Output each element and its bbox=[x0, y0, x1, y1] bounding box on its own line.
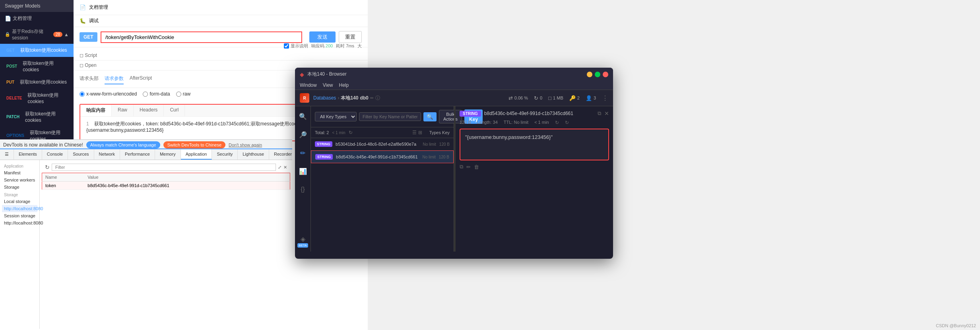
sidebar-doc-label: 文档管理 bbox=[13, 15, 32, 22]
sidebar-item-delete-token-cookies[interactable]: DELETE 获取token使用cookies bbox=[0, 89, 74, 107]
edit-db-icon[interactable]: ✏ bbox=[370, 96, 374, 101]
sidebar-delete-label: 获取token使用cookies bbox=[27, 92, 69, 104]
value-delete-btn[interactable]: 🗑 bbox=[474, 164, 479, 170]
show-description-checkbox[interactable]: 显示说明 bbox=[284, 43, 308, 49]
key-type-select[interactable]: All Key Types bbox=[315, 112, 357, 121]
info-db-icon[interactable]: ⓘ bbox=[375, 95, 380, 102]
redis-more-btn[interactable]: ⋮ bbox=[602, 94, 608, 102]
reset-button[interactable]: 重置 bbox=[339, 31, 362, 43]
clients-value: 3 bbox=[594, 96, 596, 100]
redis-toolbar: R Databases › 本地140 db0 ✏ ⓘ ⇄ 0.06 % ↻ 0… bbox=[295, 90, 613, 106]
key-search-btn[interactable]: 🔍 bbox=[423, 112, 437, 121]
sidebar-item-service-workers[interactable]: Service workers bbox=[2, 176, 37, 184]
method-options-icon: OPTIONS bbox=[5, 133, 26, 139]
connections-value: 0 bbox=[540, 96, 542, 100]
window-maximize-btn[interactable] bbox=[595, 72, 600, 77]
grid-view-icon[interactable]: ⊞ bbox=[418, 130, 422, 135]
resp-tab-headers[interactable]: Headers bbox=[134, 105, 164, 116]
devtools-dont-show-btn[interactable]: Don't show again bbox=[229, 143, 262, 147]
devtools-tab-memory[interactable]: Memory bbox=[155, 149, 181, 160]
value-copy-btn[interactable]: ⧉ bbox=[460, 164, 463, 170]
devtools-tab-console[interactable]: Console bbox=[42, 149, 68, 160]
devtools-filter-row: ↻ ⤢ ✕ bbox=[42, 162, 290, 173]
redis-nav-search2[interactable]: 🔎 bbox=[297, 129, 309, 141]
keys-panel: All Key Types 🔍 Bulk Actions + Key Total… bbox=[311, 106, 454, 252]
raw-label: raw bbox=[183, 91, 190, 97]
devtools-tab-recorder[interactable]: Recorder ⚡ bbox=[269, 149, 292, 160]
resp-tab-content[interactable]: 响应内容 bbox=[80, 105, 112, 116]
devtools-tab-network[interactable]: Network bbox=[94, 149, 120, 160]
window-close-btn[interactable] bbox=[603, 72, 608, 77]
redis-nav-chart[interactable]: 📊 bbox=[297, 165, 309, 178]
menu-view[interactable]: View bbox=[323, 82, 333, 88]
url-input[interactable] bbox=[101, 31, 302, 43]
radio-formdata[interactable]: form-data bbox=[143, 91, 170, 97]
redis-nav-terminal[interactable]: {} bbox=[298, 184, 307, 195]
devtools-filter-input[interactable] bbox=[52, 164, 276, 171]
resp-tab-curl[interactable]: Curl bbox=[164, 105, 185, 116]
menu-window[interactable]: Window bbox=[300, 82, 317, 88]
window-minimize-btn[interactable] bbox=[587, 72, 592, 77]
tab-after-script[interactable]: AfterScript bbox=[130, 74, 152, 84]
send-button[interactable]: 发送 bbox=[309, 31, 336, 43]
key-name-2: b8d5436c-b45e-49ef-991d-c1b7345cd661 bbox=[336, 154, 419, 159]
sidebar-item-post-token-cookies[interactable]: POST 获取token使用cookies bbox=[0, 57, 74, 76]
menu-help[interactable]: Help bbox=[339, 82, 349, 88]
key-filter-input[interactable] bbox=[359, 112, 421, 121]
key-size-2: 120 B bbox=[439, 155, 449, 159]
list-item[interactable]: STRING b8d5436c-b45e-49ef-991d-c1b7345cd… bbox=[311, 150, 454, 163]
devtools-tab-elements[interactable]: Elements bbox=[14, 149, 42, 160]
redis-nav-keys[interactable]: ✏ bbox=[298, 147, 308, 159]
api-doc-label: 文档管理 bbox=[89, 4, 108, 11]
devtools-tab-sources[interactable]: Sources bbox=[68, 149, 94, 160]
devtools-tab-lighthouse[interactable]: Lighthouse bbox=[238, 149, 269, 160]
devtools-tab-performance[interactable]: Performance bbox=[120, 149, 155, 160]
devtools-match-language-btn[interactable]: Always match Chrome's language bbox=[86, 141, 160, 148]
sidebar-item-localhost-session[interactable]: http://localhost:8080 bbox=[2, 219, 37, 227]
devtools-tab-menu[interactable]: ☰ bbox=[0, 149, 14, 160]
value-edit-action-btn[interactable]: ✏ bbox=[466, 164, 471, 170]
sidebar-item-swagger-models[interactable]: Swagger Models bbox=[0, 0, 74, 12]
line-number: 1 bbox=[86, 121, 89, 127]
devtools-tab-application[interactable]: Application bbox=[181, 149, 212, 160]
resp-tab-raw[interactable]: Raw bbox=[112, 105, 134, 116]
sidebar-item-get-token-cookies-1[interactable]: GET 获取token使用cookies bbox=[0, 44, 74, 57]
table-row[interactable]: token b8d5436c-b45e-49ef-991d-c1b7345cd6… bbox=[42, 182, 290, 190]
tab-request-params[interactable]: 请求参数 bbox=[105, 74, 124, 84]
radio-raw[interactable]: raw bbox=[176, 91, 190, 97]
sidebar-item-doc-icon: 📄 文档管理 bbox=[0, 12, 74, 25]
method-button[interactable]: GET bbox=[80, 32, 97, 42]
devtools-tab-security[interactable]: Security bbox=[212, 149, 238, 160]
devtools-switch-language-btn[interactable]: Switch DevTools to Chinese bbox=[163, 141, 225, 148]
redis-main: 🔍 🔎 ✏ 📊 {} ◈ BETA All Key Types 🔍 Bulk A… bbox=[295, 106, 613, 252]
sidebar-item-manifest[interactable]: Manifest bbox=[2, 169, 37, 176]
key-type-badge-2: STRING bbox=[315, 154, 333, 160]
sidebar-item-session-storage[interactable]: Session storage bbox=[2, 212, 37, 219]
redis-browser-window: ◆ 本地140 - Browser Window View Help R Dat… bbox=[295, 68, 613, 259]
sidebar-item-patch-token-cookies[interactable]: PATCH 获取token使用cookies bbox=[0, 107, 74, 126]
key-name-1: b53041bd-16cd-48c6-82ef-e2af8e590e7a bbox=[336, 142, 420, 146]
devtools-expand-btn[interactable]: ⤢ bbox=[278, 165, 281, 170]
radio-urlencoded[interactable]: x-www-form-urlencoded bbox=[80, 91, 137, 97]
key-ttl-2: No limit bbox=[423, 155, 436, 159]
close-value-panel-btn[interactable]: ✕ bbox=[604, 110, 609, 117]
keys-refresh-btn[interactable]: ↻ bbox=[349, 130, 353, 135]
value-size: 120 B bbox=[460, 120, 471, 125]
keys-value: 2 bbox=[577, 96, 580, 100]
devtools-refresh-btn[interactable]: ↻ bbox=[45, 164, 50, 170]
sidebar-item-local-storage[interactable]: Local storage bbox=[2, 198, 37, 205]
breadcrumb-databases[interactable]: Databases bbox=[313, 95, 336, 101]
value-refresh-btn[interactable]: ↻ bbox=[555, 120, 559, 125]
tab-request-headers[interactable]: 请求头部 bbox=[80, 74, 99, 84]
sidebar-item-localhost-local[interactable]: http://localhost:8080 bbox=[2, 205, 37, 212]
copy-key-btn[interactable]: ⧉ bbox=[598, 110, 601, 117]
breadcrumb-current: 本地140 bbox=[341, 95, 358, 102]
value-edit-btn[interactable]: ↻ bbox=[565, 120, 569, 125]
sidebar-item-put-token-cookies[interactable]: PUT 获取token使用cookies bbox=[0, 76, 74, 89]
list-item[interactable]: STRING b53041bd-16cd-48c6-82ef-e2af8e590… bbox=[311, 138, 454, 150]
redis-nav-search[interactable]: 🔍 bbox=[297, 110, 309, 123]
list-view-icon[interactable]: ☰ bbox=[412, 130, 417, 135]
value-meta: 120 B Length: 34 TTL: No limit < 1 min ↻… bbox=[460, 120, 609, 125]
devtools-close-storage-btn[interactable]: ✕ bbox=[283, 165, 287, 170]
sidebar-item-storage[interactable]: Storage bbox=[2, 184, 37, 191]
